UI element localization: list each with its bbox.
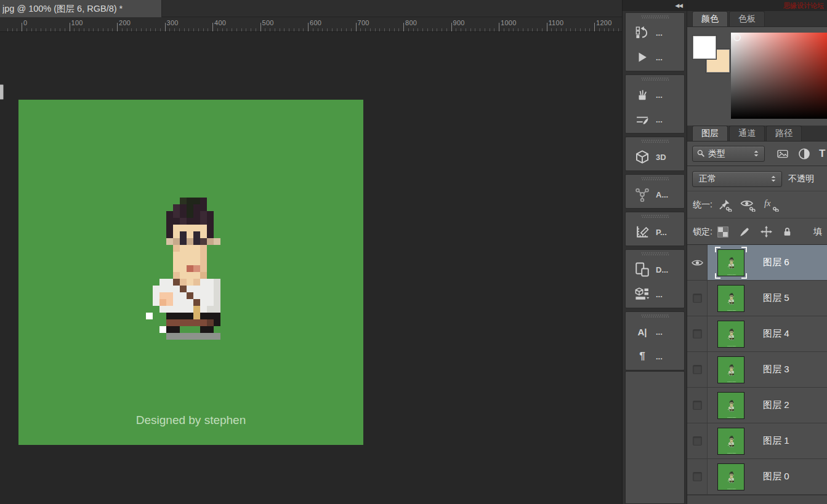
layer-visibility-toggle[interactable]	[687, 459, 708, 494]
ruler-minor-tick	[332, 28, 333, 31]
panel-button-paragraph[interactable]: ¶...	[626, 344, 684, 369]
visibility-empty-box	[693, 329, 702, 338]
layer-name[interactable]: 图层 5	[763, 292, 789, 304]
filter-type-layers-icon[interactable]: T	[819, 148, 825, 160]
layer-visibility-toggle[interactable]	[687, 281, 708, 316]
layer-thumbnail[interactable]: Designed by stephen	[717, 463, 744, 490]
layer-visibility-toggle[interactable]	[687, 423, 708, 458]
pasteboard: Designed by stephen	[0, 32, 622, 504]
layer-thumbnail[interactable]: Designed by stephen	[717, 392, 744, 419]
panel-button-actions[interactable]: ...	[626, 45, 684, 70]
layer-row[interactable]: Designed by stephen图层 4	[687, 316, 827, 352]
panel-group-grip-icon[interactable]	[642, 252, 669, 255]
ruler-minor-tick	[179, 28, 180, 31]
layer-name[interactable]: 图层 3	[763, 364, 789, 375]
canvas[interactable]: Designed by stephen	[18, 100, 363, 445]
panel-button-tool-presets[interactable]: ...	[626, 82, 684, 107]
layer-thumbnail-cell: Designed by stephen	[708, 463, 754, 491]
blend-mode-dropdown[interactable]: 正常	[692, 171, 782, 187]
ruler-minor-tick	[480, 28, 480, 31]
panel-group-grip-icon[interactable]	[642, 78, 669, 81]
color-gradient-field[interactable]	[731, 33, 827, 119]
layer-thumbnail[interactable]: Designed by stephen	[717, 428, 744, 455]
ruler-minor-tick	[65, 28, 65, 31]
layer-filter-dropdown[interactable]: 类型	[692, 146, 765, 162]
ruler-minor-tick	[241, 28, 242, 31]
ruler-minor-tick	[217, 28, 218, 31]
layer-row[interactable]: Designed by stephen图层 2	[687, 388, 827, 423]
layer-thumbnail[interactable]: Designed by stephen	[717, 321, 744, 348]
unify-visibility-icon[interactable]	[740, 198, 756, 212]
color-picker-marker[interactable]	[733, 34, 741, 41]
panel-button-label: ...	[656, 115, 663, 124]
foreground-color-swatch[interactable]	[693, 36, 716, 59]
layer-name[interactable]: 图层 6	[763, 257, 789, 268]
layer-visibility-toggle[interactable]	[687, 352, 708, 387]
panel-button-materials[interactable]: ...	[626, 282, 684, 306]
filter-pixel-layers-icon[interactable]	[776, 148, 789, 159]
layer-name[interactable]: 图层 0	[763, 471, 789, 482]
tab-swatches[interactable]: 色板	[729, 11, 765, 26]
ruler-minor-tick	[408, 28, 409, 31]
panel-button-device-preview[interactable]: D...	[626, 257, 684, 282]
panel-group-grip-icon[interactable]	[642, 15, 669, 18]
layer-thumbnail[interactable]: Designed by stephen	[717, 249, 744, 276]
lock-all-icon[interactable]	[782, 226, 793, 238]
panel-button-brush-settings[interactable]: ...	[626, 107, 684, 132]
layer-thumbnail-cell: Designed by stephen	[708, 284, 754, 313]
ruler-minor-tick	[418, 28, 418, 31]
lock-image-icon[interactable]	[738, 226, 751, 238]
layer-name[interactable]: 图层 1	[763, 435, 789, 447]
document-tabbar: jpg @ 100% (图层 6, RGB/8) *	[0, 0, 622, 17]
ruler-major-tick	[308, 23, 309, 31]
ruler-major-tick	[499, 23, 499, 31]
panel-button-character[interactable]: A|...	[626, 319, 684, 344]
lock-position-icon[interactable]	[760, 226, 772, 238]
panel-group-grip-icon[interactable]	[642, 140, 669, 143]
panel-group-grip-icon[interactable]	[642, 314, 669, 318]
layer-row[interactable]: Designed by stephen图层 0	[687, 459, 827, 495]
panel-button-label: 3D	[656, 153, 666, 162]
layer-visibility-toggle[interactable]	[687, 316, 708, 351]
ruler-minor-tick	[365, 28, 366, 31]
layer-name[interactable]: 图层 2	[763, 399, 789, 411]
panel-group-grip-icon[interactable]	[642, 177, 669, 180]
collapse-panels-icon[interactable]: ◀◀	[675, 2, 682, 9]
ruler-minor-tick	[36, 28, 36, 31]
layer-row[interactable]: Designed by stephen图层 6	[687, 245, 827, 281]
panel-group-grip-icon[interactable]	[642, 215, 669, 218]
unify-effects-icon[interactable]: fx	[763, 198, 779, 212]
panel-button-share[interactable]: A...	[626, 182, 684, 207]
layer-row[interactable]: Designed by stephen图层 1	[687, 423, 827, 459]
fill-label: 填	[813, 226, 822, 238]
ruler-minor-tick	[542, 28, 543, 31]
tab-layers[interactable]: 图层	[692, 126, 728, 141]
panel-button-history[interactable]: ...	[626, 20, 684, 45]
document-tab[interactable]: jpg @ 100% (图层 6, RGB/8) *	[0, 0, 162, 17]
eye-icon	[692, 258, 703, 267]
layer-visibility-toggle[interactable]	[687, 245, 708, 280]
ruler-minor-tick	[551, 28, 552, 31]
layer-thumbnail[interactable]: Designed by stephen	[717, 285, 744, 312]
layer-filter-row: 类型 T	[687, 142, 827, 166]
panel-button-3d[interactable]: 3D	[626, 145, 684, 169]
tab-channels[interactable]: 通道	[729, 126, 765, 141]
panel-button-properties[interactable]: P...	[626, 220, 684, 244]
layer-thumbnail[interactable]: Designed by stephen	[717, 356, 744, 383]
layer-name[interactable]: 图层 4	[763, 328, 789, 340]
layer-visibility-toggle[interactable]	[687, 388, 708, 423]
unify-position-icon[interactable]	[717, 198, 732, 212]
layer-row[interactable]: Designed by stephen图层 5	[687, 281, 827, 316]
ruler-minor-tick	[136, 28, 137, 31]
filter-adjustment-layers-icon[interactable]	[798, 148, 810, 160]
ruler-minor-tick	[561, 28, 562, 31]
layer-row[interactable]: Designed by stephen图层 3	[687, 352, 827, 388]
ruler-label: 300	[167, 19, 179, 26]
lock-transparency-icon[interactable]	[717, 226, 728, 238]
tab-paths[interactable]: 路径	[766, 126, 802, 141]
ruler-minor-tick	[446, 28, 447, 31]
share-icon	[634, 186, 651, 202]
svg-text:fx: fx	[764, 198, 771, 208]
ruler-label: 1000	[501, 19, 517, 26]
tab-color[interactable]: 颜色	[692, 11, 728, 26]
